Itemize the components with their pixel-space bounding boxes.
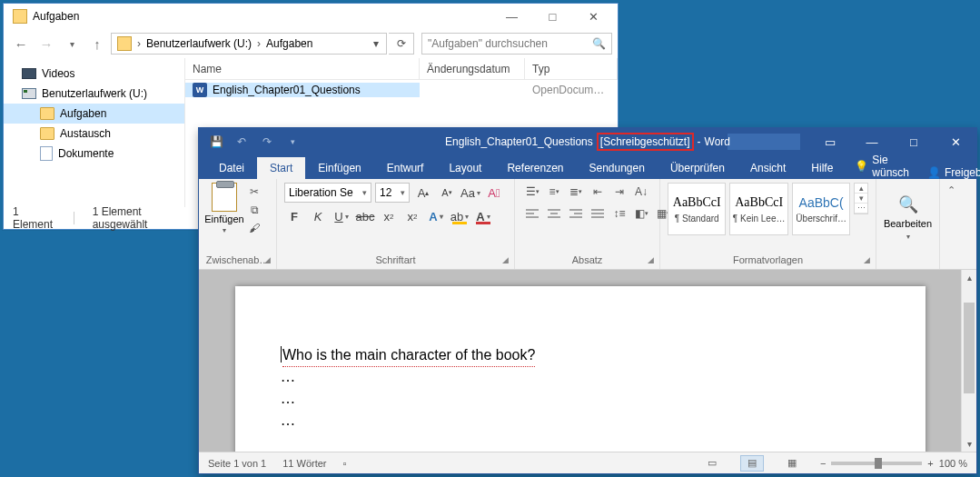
paste-button[interactable]: Einfügen ▾	[206, 183, 243, 234]
zoom-slider[interactable]	[831, 462, 922, 465]
numbering-button[interactable]: ≡▾	[544, 183, 564, 201]
bold-button[interactable]: F	[284, 206, 304, 226]
bullets-button[interactable]: ☰▾	[522, 183, 542, 201]
nav-tree[interactable]: Videos Benutzerlaufwerk (U:) Aufgaben Au…	[4, 58, 185, 207]
zoom-level[interactable]: 100 %	[939, 458, 967, 469]
tab-insert[interactable]: Einfügen	[305, 157, 373, 179]
search-input[interactable]: "Aufgaben" durchsuchen 🔍	[421, 33, 612, 55]
document-text[interactable]: …	[281, 410, 880, 432]
font-size-combo[interactable]: 12▾	[375, 183, 410, 203]
back-button[interactable]: ←	[9, 32, 33, 55]
multilevel-list-button[interactable]: ≣▾	[566, 183, 586, 201]
shrink-font-button[interactable]: A▾	[437, 183, 457, 203]
zoom-out-button[interactable]: −	[820, 458, 826, 469]
tree-item-austausch[interactable]: Austausch	[4, 124, 184, 144]
copy-button[interactable]: ⧉	[246, 203, 262, 217]
redo-button[interactable]: ↷	[259, 134, 275, 150]
document-text[interactable]: …	[281, 366, 880, 388]
minimize-button[interactable]: —	[851, 128, 893, 155]
view-print-button[interactable]: ▤	[740, 455, 764, 472]
zoom-in-button[interactable]: +	[927, 458, 933, 469]
column-type[interactable]: Typ	[525, 58, 618, 79]
tab-help[interactable]: Hilfe	[798, 157, 846, 179]
superscript-button[interactable]: x2	[402, 206, 422, 226]
vertical-scrollbar[interactable]: ▴ ▾	[961, 270, 976, 452]
tab-file[interactable]: Datei	[206, 157, 257, 179]
tab-references[interactable]: Referenzen	[494, 157, 576, 179]
text-effects-button[interactable]: A▾	[426, 206, 446, 226]
tree-item-dokumente[interactable]: Dokumente	[4, 144, 184, 164]
grow-font-button[interactable]: A▴	[413, 183, 433, 203]
underline-button[interactable]: U▾	[332, 206, 351, 226]
view-web-button[interactable]: ▦	[780, 455, 804, 472]
clear-formatting-button[interactable]: A⃠	[484, 183, 504, 203]
dialog-launcher-icon[interactable]: ◢	[864, 255, 870, 264]
chevron-right-icon[interactable]: ›	[255, 37, 262, 50]
scroll-thumb[interactable]	[964, 303, 975, 393]
up-button[interactable]: ↑	[85, 32, 109, 55]
word-titlebar[interactable]: 💾 ↶ ↷ ▾ English_Chapter01_Questions [Sch…	[199, 128, 976, 155]
align-center-button[interactable]	[544, 204, 564, 223]
tab-design[interactable]: Entwurf	[374, 157, 437, 179]
view-read-button[interactable]: ▭	[700, 455, 724, 472]
history-dropdown[interactable]: ▾	[60, 32, 84, 55]
undo-button[interactable]: ↶	[233, 134, 250, 150]
maximize-button[interactable]: □	[893, 128, 935, 155]
status-page[interactable]: Seite 1 von 1	[208, 458, 266, 469]
cut-button[interactable]: ✂	[246, 184, 262, 199]
tree-item-videos[interactable]: Videos	[4, 64, 184, 84]
align-right-button[interactable]	[566, 204, 586, 223]
chevron-right-icon[interactable]: ›	[135, 37, 143, 50]
share-button[interactable]: 👤 Freigeben	[918, 166, 980, 179]
sort-button[interactable]: A↓	[631, 183, 651, 201]
italic-button[interactable]: K	[308, 206, 328, 226]
increase-indent-button[interactable]: ⇥	[609, 183, 629, 201]
shading-button[interactable]: ◧▾	[631, 204, 651, 223]
page[interactable]: Who is the main character of the book? ……	[235, 286, 926, 452]
line-spacing-button[interactable]: ↕≡	[609, 204, 629, 223]
highlight-button[interactable]: ab▾	[450, 206, 470, 226]
scroll-down-button[interactable]: ▾	[962, 436, 976, 452]
tab-review[interactable]: Überprüfen	[658, 157, 737, 179]
subscript-button[interactable]: x2	[379, 206, 399, 226]
strikethrough-button[interactable]: abc	[355, 206, 375, 226]
find-icon[interactable]: 🔍	[898, 194, 918, 214]
font-color-button[interactable]: A▾	[473, 206, 493, 226]
document-text[interactable]: …	[281, 388, 880, 410]
breadcrumb-drive[interactable]: Benutzerlaufwerk (U:)	[143, 37, 255, 50]
change-case-button[interactable]: Aa▾	[460, 183, 480, 203]
decrease-indent-button[interactable]: ⇤	[588, 183, 608, 201]
tab-home[interactable]: Start	[257, 157, 305, 179]
minimize-button[interactable]: —	[491, 4, 532, 29]
justify-button[interactable]	[588, 204, 608, 223]
document-area[interactable]: Who is the main character of the book? ……	[199, 270, 976, 452]
ribbon-options-button[interactable]: ▭	[809, 128, 851, 155]
close-button[interactable]: ✕	[935, 128, 976, 155]
align-left-button[interactable]	[522, 204, 542, 223]
dialog-launcher-icon[interactable]: ◢	[264, 255, 271, 264]
collapse-ribbon-button[interactable]: ⌃	[940, 179, 962, 269]
tab-layout[interactable]: Layout	[436, 157, 494, 179]
scroll-up-button[interactable]: ▴	[962, 270, 976, 285]
style-no-spacing[interactable]: AaBbCcI ¶ Kein Lee…	[729, 183, 787, 235]
dialog-launcher-icon[interactable]: ◢	[502, 255, 509, 264]
maximize-button[interactable]: □	[532, 4, 573, 29]
dialog-launcher-icon[interactable]: ◢	[648, 255, 654, 264]
tab-mailings[interactable]: Sendungen	[577, 157, 658, 179]
tab-view[interactable]: Ansicht	[737, 157, 798, 179]
close-button[interactable]: ✕	[573, 4, 614, 29]
status-proofing-icon[interactable]: ▫	[343, 458, 347, 469]
file-row[interactable]: W English_Chapter01_Questions OpenDocum…	[185, 80, 618, 100]
address-dropdown[interactable]: ▾	[368, 37, 384, 50]
forward-button[interactable]: →	[35, 32, 58, 55]
search-icon[interactable]: 🔍	[592, 37, 606, 50]
explorer-titlebar[interactable]: Aufgaben — □ ✕	[4, 4, 618, 29]
tree-item-drive[interactable]: Benutzerlaufwerk (U:)	[4, 84, 184, 104]
address-bar[interactable]: › Benutzerlaufwerk (U:) › Aufgaben ▾	[111, 33, 387, 55]
styles-gallery-more[interactable]: ▴▾⋯	[854, 183, 868, 214]
tell-me[interactable]: 💡 Sie wünsch	[846, 154, 918, 179]
save-button[interactable]: 💾	[208, 134, 224, 150]
column-name[interactable]: Name	[185, 58, 420, 79]
format-painter-button[interactable]: 🖌	[246, 221, 262, 235]
column-date[interactable]: Änderungsdatum	[420, 58, 525, 79]
